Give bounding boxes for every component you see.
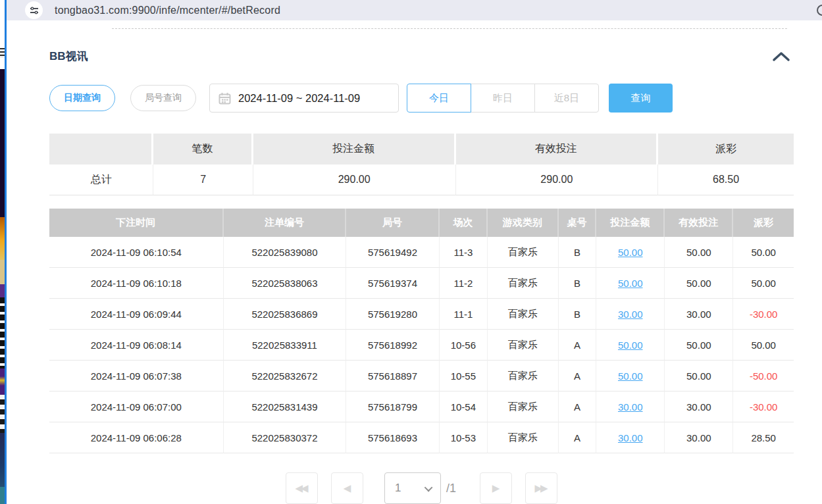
- cell-bet-time: 2024-11-09 06:07:00: [49, 391, 224, 422]
- summary-header-payout: 派彩: [658, 134, 794, 164]
- bet-amount-link[interactable]: 50.00: [618, 278, 643, 289]
- summary-payout-value: 68.50: [658, 164, 794, 195]
- cell-bet-id: 522025839080: [224, 237, 347, 268]
- cell-valid-bet: 30.00: [665, 299, 733, 330]
- panel-left-edge: [5, 0, 7, 504]
- today-button[interactable]: 今日: [407, 84, 471, 113]
- sliver-segment: [0, 297, 5, 368]
- dashed-divider: [112, 28, 787, 29]
- panel-header: BB视讯: [49, 49, 794, 64]
- cell-payout: 28.50: [733, 422, 794, 453]
- next-page-button[interactable]: ▶: [480, 472, 512, 504]
- sliver-segment: [0, 487, 5, 504]
- cell-session: 10-54: [440, 391, 488, 422]
- cell-game-type: 百家乐: [488, 361, 558, 391]
- sliver-segment: [0, 69, 5, 217]
- cell-game-type: 百家乐: [488, 237, 558, 268]
- cell-bet-time: 2024-11-09 06:10:18: [49, 268, 224, 299]
- cell-game-type: 百家乐: [488, 330, 558, 361]
- cell-table-no: A: [559, 361, 597, 391]
- bet-amount-link[interactable]: 50.00: [618, 370, 643, 382]
- cell-bet-amount: 30.00: [596, 391, 665, 422]
- summary-header-valid-bet: 有效投注: [456, 134, 659, 164]
- cell-bet-id: 522025833911: [224, 330, 347, 361]
- bet-amount-link[interactable]: 50.00: [618, 247, 643, 258]
- bet-amount-link[interactable]: 30.00: [618, 401, 643, 413]
- first-page-icon: ◀◀: [295, 482, 306, 494]
- header-bet-amount: 投注金额: [596, 209, 665, 237]
- bet-amount-link[interactable]: 30.00: [618, 309, 643, 320]
- records-body: 2024-11-09 06:10:54 522025839080 5756194…: [49, 237, 794, 453]
- sliver-segment: [0, 217, 5, 260]
- url-text[interactable]: tongbao31.com:9900/infe/mcenter/#/betRec…: [55, 5, 280, 16]
- cell-round-no: 575618799: [346, 391, 439, 422]
- prev-page-button[interactable]: ◀: [331, 472, 363, 504]
- cell-session: 11-3: [440, 237, 488, 268]
- header-round-no: 局号: [346, 209, 439, 237]
- round-query-tab[interactable]: 局号查询: [130, 85, 196, 111]
- cell-table-no: B: [559, 299, 597, 330]
- header-game-type: 游戏类别: [488, 209, 558, 237]
- cell-payout: 50.00: [733, 268, 794, 299]
- cell-session: 11-2: [440, 268, 488, 299]
- cell-bet-time: 2024-11-09 06:06:28: [49, 422, 224, 453]
- date-range-input[interactable]: 2024-11-09 ~ 2024-11-09: [209, 84, 399, 113]
- search-button[interactable]: 查询: [609, 84, 673, 113]
- cell-bet-id: 522025832672: [224, 361, 347, 391]
- address-bar[interactable]: tongbao31.com:9900/infe/mcenter/#/betRec…: [7, 0, 822, 20]
- last-page-button[interactable]: ▶▶: [525, 472, 557, 504]
- cell-round-no: 575618897: [346, 361, 439, 391]
- cell-table-no: A: [559, 391, 597, 422]
- cell-bet-amount: 30.00: [596, 299, 665, 330]
- cell-session: 11-1: [440, 299, 488, 330]
- table-row: 2024-11-09 06:10:54 522025839080 5756194…: [49, 237, 794, 268]
- table-row: 2024-11-09 06:07:00 522025831439 5756187…: [49, 391, 794, 422]
- first-page-button[interactable]: ◀◀: [286, 472, 318, 504]
- date-query-tab[interactable]: 日期查询: [49, 85, 115, 111]
- cell-bet-amount: 50.00: [596, 361, 665, 391]
- cell-table-no: A: [559, 422, 597, 453]
- date-range-value: 2024-11-09 ~ 2024-11-09: [238, 92, 360, 105]
- cell-bet-id: 522025830372: [224, 422, 347, 453]
- sliver-segment: [0, 284, 5, 297]
- browser-screen: tongbao31.com:9900/infe/mcenter/#/betRec…: [0, 0, 822, 504]
- cell-bet-id: 522025831439: [224, 391, 347, 422]
- records-header-row: 下注时间 注单编号 局号 场次 游戏类别 桌号 投注金额 有效投注 派彩: [49, 209, 794, 237]
- cell-table-no: A: [559, 330, 597, 361]
- bet-amount-link[interactable]: 30.00: [618, 432, 643, 443]
- header-bet-id: 注单编号: [224, 209, 347, 237]
- cell-payout: -30.00: [733, 299, 794, 330]
- summary-table: 笔数 投注金额 有效投注 派彩 总计 7 290.00 290.00 68.50: [49, 134, 794, 195]
- cell-valid-bet: 30.00: [665, 391, 733, 422]
- cell-round-no: 575619280: [346, 299, 439, 330]
- header-table-no: 桌号: [559, 209, 597, 237]
- summary-header-count: 笔数: [153, 134, 253, 164]
- cell-round-no: 575619374: [346, 268, 439, 299]
- cell-valid-bet: 30.00: [665, 422, 733, 453]
- cell-round-no: 575618693: [346, 422, 439, 453]
- quick-date-button-group: 今日 昨日 近8日: [407, 84, 599, 113]
- page-select[interactable]: 1: [384, 472, 441, 504]
- table-row: 2024-11-09 06:10:18 522025838063 5756193…: [49, 268, 794, 299]
- last-page-icon: ▶▶: [534, 482, 546, 494]
- cell-game-type: 百家乐: [488, 299, 558, 330]
- cell-game-type: 百家乐: [488, 268, 558, 299]
- cell-bet-time: 2024-11-09 06:08:14: [49, 330, 224, 361]
- site-settings-icon[interactable]: [25, 1, 43, 19]
- calendar-icon: [218, 92, 231, 105]
- table-row: 2024-11-09 06:09:44 522025836869 5756192…: [49, 299, 794, 330]
- page-total-label: /1: [446, 472, 456, 504]
- cell-session: 10-55: [440, 361, 488, 391]
- header-payout: 派彩: [733, 209, 794, 237]
- pagination: ◀◀ ◀ 1 /1 ▶ ▶▶: [49, 472, 794, 504]
- yesterday-button[interactable]: 昨日: [471, 84, 535, 113]
- last-8-days-button[interactable]: 近8日: [534, 84, 599, 113]
- summary-header-row: 笔数 投注金额 有效投注 派彩: [49, 134, 794, 164]
- cell-game-type: 百家乐: [488, 391, 558, 422]
- collapse-chevron-up-icon[interactable]: [771, 51, 791, 63]
- bet-record-panel: BB视讯 日期查询 局号查询 2024-11: [7, 20, 822, 504]
- tune-icon: [29, 5, 39, 16]
- bet-amount-link[interactable]: 50.00: [618, 340, 643, 351]
- sliver-segment: [0, 58, 5, 69]
- header-valid-bet: 有效投注: [665, 209, 733, 237]
